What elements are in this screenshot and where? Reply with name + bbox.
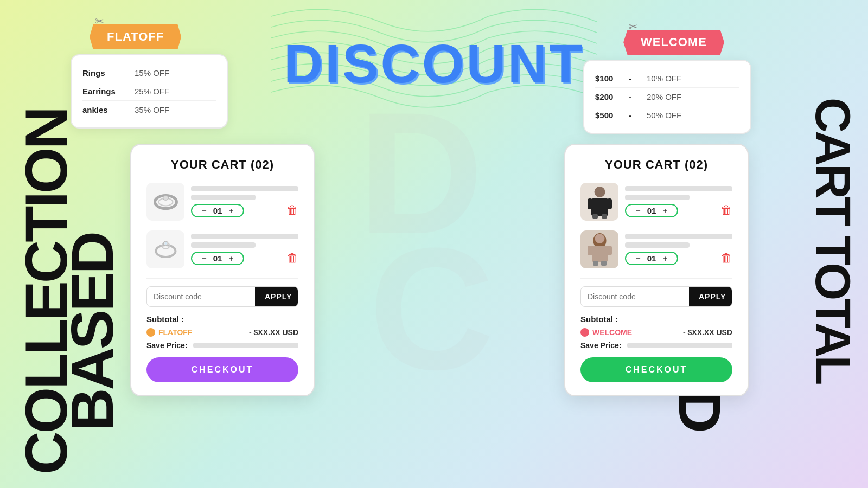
apply-btn-right[interactable]: APPLY [689, 287, 732, 306]
qty-value-left-1: 01 [213, 206, 222, 215]
coupon-row-left: FLATOFF - $XX.XX USD [146, 328, 298, 337]
subtotal-row-right: Subtotal : [580, 314, 732, 324]
discount-input-row-left: APPLY [146, 286, 298, 307]
svg-rect-13 [592, 214, 598, 219]
save-bar-right [627, 343, 733, 348]
qty-display-right-1[interactable]: − 01 + [625, 204, 678, 217]
cart-divider-left [146, 278, 298, 279]
cart-item-info-left-1: − 01 + 🗑 [191, 186, 298, 217]
cart-right-title: YOUR CART (02) [580, 158, 732, 172]
flatoff-row-rings: Rings 15% OFF [82, 64, 216, 82]
coupon-chip-left: FLATOFF [146, 328, 192, 337]
cart-item-left-2: − 01 + 🗑 [146, 230, 298, 268]
vertical-based-left-text: BASED [62, 233, 122, 431]
svg-text:D: D [358, 76, 483, 270]
welcome-row-500: $500 - 50% OFF [595, 106, 739, 124]
svg-rect-18 [592, 246, 608, 262]
cart-item-img-shirt2 [580, 230, 618, 268]
svg-point-17 [595, 234, 604, 243]
welcome-info-card: $100 - 10% OFF $200 - 20% OFF $500 - 50%… [583, 60, 751, 134]
svg-point-4 [163, 196, 168, 200]
coupon-dot-left [146, 328, 155, 337]
qty-value-left-2: 01 [213, 254, 222, 263]
trash-btn-left-1[interactable]: 🗑 [286, 203, 298, 217]
quantity-row-left-1: − 01 + 🗑 [191, 203, 298, 217]
svg-rect-19 [588, 246, 593, 255]
svg-rect-21 [593, 261, 598, 266]
svg-text:C: C [369, 211, 494, 406]
qty-value-right-2: 01 [647, 254, 656, 263]
quantity-row-right-1: − 01 + 🗑 [625, 203, 732, 217]
cart-panel-right: YOUR CART (02) − 01 [564, 144, 749, 396]
discount-input-row-right: APPLY [580, 286, 732, 307]
qty-minus-right-2[interactable]: − [636, 254, 641, 263]
flatoff-row-ankles: ankles 35% OFF [82, 101, 216, 119]
cart-divider-right [580, 278, 732, 279]
qty-minus-left-1[interactable]: − [202, 206, 207, 215]
qty-plus-left-2[interactable]: + [228, 254, 233, 263]
cart-item-right-1: − 01 + 🗑 [580, 183, 732, 221]
checkout-btn-right[interactable]: CHECKOUT [580, 357, 732, 382]
svg-rect-12 [607, 198, 612, 209]
qty-display-right-2[interactable]: − 01 + [625, 252, 678, 265]
coupon-chip-right: WELCOME [580, 328, 632, 337]
qty-display-left-1[interactable]: − 01 + [191, 204, 244, 217]
svg-point-8 [164, 242, 167, 245]
save-bar-left [193, 343, 299, 348]
save-row-right: Save Price: [580, 341, 732, 350]
discount-input-right[interactable] [581, 287, 689, 306]
svg-point-9 [594, 187, 605, 197]
discount-input-left[interactable] [147, 287, 255, 306]
flatoff-info-card: Rings 15% OFF Earrings 25% OFF ankles 35… [71, 54, 228, 129]
qty-plus-right-1[interactable]: + [662, 206, 667, 215]
save-price-left: - $XX.XX USD [249, 328, 298, 337]
flatoff-coupon-tag: ✂ FLATOFF [90, 24, 181, 49]
quantity-row-right-2: − 01 + 🗑 [625, 251, 732, 265]
trash-btn-left-2[interactable]: 🗑 [286, 251, 298, 265]
svg-rect-10 [591, 198, 608, 216]
cart-item-left-1: − 01 + 🗑 [146, 183, 298, 221]
vertical-cart-total-text: CART TOTAL [808, 98, 857, 383]
qty-display-left-2[interactable]: − 01 + [191, 252, 244, 265]
cart-item-img-shirt1 [580, 183, 618, 221]
welcome-row-100: $100 - 10% OFF [595, 69, 739, 88]
svg-rect-22 [601, 261, 607, 266]
svg-rect-20 [607, 246, 612, 255]
cart-panel-left: YOUR CART (02) − 01 + 🗑 [130, 144, 315, 396]
flatoff-row-earrings: Earrings 25% OFF [82, 82, 216, 101]
svg-rect-11 [588, 198, 592, 209]
main-title: DISCOUNT [284, 33, 584, 95]
item-line-long-2 [191, 234, 298, 239]
coupon-name-right: WELCOME [592, 328, 632, 337]
item-line-short [191, 195, 256, 200]
item-line-short-2 [191, 242, 256, 248]
quantity-row-left-2: − 01 + 🗑 [191, 251, 298, 265]
apply-btn-left[interactable]: APPLY [255, 287, 298, 306]
qty-plus-left-1[interactable]: + [228, 206, 233, 215]
subtotal-row-left: Subtotal : [146, 314, 298, 324]
cart-item-info-right-1: − 01 + 🗑 [625, 186, 732, 217]
cart-item-img-ring2 [146, 230, 184, 268]
checkout-btn-left[interactable]: CHECKOUT [146, 357, 298, 382]
trash-btn-right-2[interactable]: 🗑 [720, 251, 732, 265]
coupon-row-right: WELCOME - $XX.XX USD [580, 328, 732, 337]
item-line-r2-short [625, 242, 690, 248]
save-row-left: Save Price: [146, 341, 298, 350]
save-price-right: - $XX.XX USD [683, 328, 732, 337]
trash-btn-right-1[interactable]: 🗑 [720, 203, 732, 217]
welcome-coupon-tag: ✂ WELCOME [623, 30, 724, 55]
cart-item-right-2: − 01 + 🗑 [580, 230, 732, 268]
qty-minus-right-1[interactable]: − [636, 206, 641, 215]
coupon-dot-right [580, 328, 589, 337]
item-line-r1-short [625, 195, 690, 200]
coupon-name-left: FLATOFF [158, 328, 192, 337]
svg-point-5 [156, 245, 175, 257]
svg-rect-14 [602, 214, 607, 219]
cart-item-img-ring1 [146, 183, 184, 221]
flatoff-label: FLATOFF [90, 24, 181, 49]
welcome-label: WELCOME [623, 30, 724, 55]
qty-plus-right-2[interactable]: + [662, 254, 667, 263]
welcome-row-200: $200 - 20% OFF [595, 88, 739, 106]
qty-minus-left-2[interactable]: − [202, 254, 207, 263]
cart-item-info-right-2: − 01 + 🗑 [625, 234, 732, 265]
